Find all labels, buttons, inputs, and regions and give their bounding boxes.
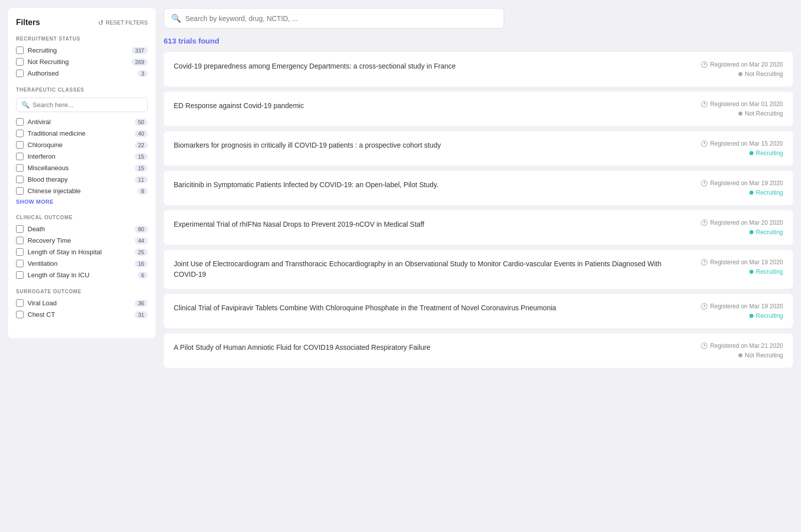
trial-status: Not Recruiting — [688, 352, 783, 359]
trial-status-text: Recruiting — [756, 229, 783, 236]
sidebar-title: Filters — [16, 18, 40, 27]
trial-card[interactable]: ED Response against Covid-19 pandemic 🕐 … — [164, 92, 793, 126]
reset-filters-button[interactable]: RESET FILTERS — [98, 19, 148, 27]
status-dot — [738, 72, 742, 76]
trial-meta: 🕐 Registered on Mar 21 2020 Not Recruiti… — [688, 342, 783, 359]
search-icon: 🔍 — [22, 101, 30, 109]
search-bar-container: 🔍 — [164, 8, 793, 29]
filter-item[interactable]: Death 80 — [16, 225, 148, 233]
filter-checkbox[interactable] — [16, 311, 24, 318]
clock-icon: 🕐 — [700, 180, 708, 187]
therapeutic-search-box[interactable]: 🔍 — [16, 98, 148, 112]
filter-label: Length of Stay in ICU — [28, 271, 134, 279]
filter-badge: 11 — [135, 176, 148, 183]
filter-checkbox[interactable] — [16, 299, 24, 307]
filter-item[interactable]: Antiviral 50 — [16, 118, 148, 126]
filter-checkbox[interactable] — [16, 118, 24, 126]
trial-card[interactable]: Joint Use of Electrocardiogram and Trans… — [164, 250, 793, 289]
clock-icon: 🕐 — [700, 101, 708, 108]
results-count: 613 trials found — [164, 37, 793, 45]
clock-icon: 🕐 — [700, 303, 708, 310]
main-search-icon: 🔍 — [171, 14, 181, 23]
trial-date: 🕐 Registered on Mar 15 2020 — [688, 140, 783, 147]
trial-status: Recruiting — [688, 312, 783, 319]
filter-checkbox[interactable] — [16, 248, 24, 256]
trial-status: Recruiting — [688, 150, 783, 157]
trial-status-text: Recruiting — [756, 268, 783, 275]
trial-status-text: Not Recruiting — [745, 71, 783, 78]
filter-item[interactable]: Length of Stay in ICU 6 — [16, 271, 148, 279]
filter-badge: 337 — [132, 47, 148, 54]
therapeutic-classes-section: THERAPEUTIC CLASSES 🔍 Antiviral 50 Tradi… — [16, 87, 148, 205]
filter-item[interactable]: Traditional medicine 40 — [16, 130, 148, 137]
show-more-button[interactable]: SHOW MORE — [16, 199, 148, 205]
filter-checkbox[interactable] — [16, 70, 24, 77]
filter-checkbox[interactable] — [16, 260, 24, 267]
trial-meta: 🕐 Registered on Mar 19 2020 Recruiting — [688, 259, 783, 275]
trial-card[interactable]: Biomarkers for prognosis in critically i… — [164, 131, 793, 166]
filter-item[interactable]: Chinese injectable 8 — [16, 187, 148, 195]
clock-icon: 🕐 — [700, 140, 708, 147]
filter-label: Not Recruiting — [28, 58, 128, 66]
filter-badge: 36 — [135, 300, 148, 307]
filter-checkbox[interactable] — [16, 187, 24, 195]
filter-checkbox[interactable] — [16, 58, 24, 66]
surrogate-outcome-title: SURROGATE OUTCOME — [16, 289, 148, 294]
filter-label: Recruiting — [28, 47, 128, 54]
status-dot — [749, 151, 753, 155]
clinical-outcome-title: CLINICAL OUTCOME — [16, 215, 148, 220]
trial-date: 🕐 Registered on Mar 01 2020 — [688, 101, 783, 108]
trial-card[interactable]: Baricitinib in Symptomatic Patients Infe… — [164, 171, 793, 205]
filter-item[interactable]: Length of Stay in Hospital 25 — [16, 248, 148, 256]
filter-checkbox[interactable] — [16, 237, 24, 244]
filter-badge: 269 — [132, 59, 148, 66]
filter-item[interactable]: Interferon 15 — [16, 153, 148, 160]
trial-status-text: Recruiting — [756, 150, 783, 157]
trial-date-text: Registered on Mar 01 2020 — [710, 101, 783, 108]
filter-item[interactable]: Recruiting 337 — [16, 47, 148, 54]
filter-checkbox[interactable] — [16, 153, 24, 160]
filter-item[interactable]: Miscellaneous 15 — [16, 164, 148, 172]
filter-badge: 40 — [135, 130, 148, 137]
trial-card[interactable]: Covid-19 preparedness among Emergency De… — [164, 52, 793, 87]
filter-item[interactable]: Chest CT 31 — [16, 311, 148, 318]
trial-date-text: Registered on Mar 19 2020 — [710, 180, 783, 187]
filter-item[interactable]: Not Recruiting 269 — [16, 58, 148, 66]
filter-label: Antiviral — [28, 118, 131, 126]
main-search-input[interactable] — [185, 15, 497, 23]
filter-checkbox[interactable] — [16, 225, 24, 233]
filter-checkbox[interactable] — [16, 130, 24, 137]
trial-meta: 🕐 Registered on Mar 15 2020 Recruiting — [688, 140, 783, 157]
therapeutic-search-input[interactable] — [33, 101, 142, 109]
trial-status-text: Recruiting — [756, 189, 783, 196]
trial-title: Covid-19 preparedness among Emergency De… — [174, 61, 680, 72]
filter-checkbox[interactable] — [16, 141, 24, 149]
trial-meta: 🕐 Registered on Mar 19 2020 Recruiting — [688, 180, 783, 196]
trial-card[interactable]: Clinical Trial of Favipiravir Tablets Co… — [164, 294, 793, 328]
trial-date: 🕐 Registered on Mar 19 2020 — [688, 303, 783, 310]
trial-card[interactable]: A Pilot Study of Human Amniotic Fluid fo… — [164, 333, 793, 368]
filter-badge: 3 — [138, 70, 148, 77]
filter-item[interactable]: Authorised 3 — [16, 70, 148, 77]
filter-item[interactable]: Recovery Time 44 — [16, 237, 148, 244]
filter-checkbox[interactable] — [16, 271, 24, 279]
search-bar[interactable]: 🔍 — [164, 8, 504, 29]
filter-checkbox[interactable] — [16, 176, 24, 183]
filter-label: Chest CT — [28, 311, 131, 318]
recruitment-status-section: RECRUITMENT STATUS Recruiting 337 Not Re… — [16, 36, 148, 77]
trial-date: 🕐 Registered on Mar 21 2020 — [688, 342, 783, 349]
filter-checkbox[interactable] — [16, 164, 24, 172]
filter-item[interactable]: Viral Load 36 — [16, 299, 148, 307]
filter-item[interactable]: Blood therapy 11 — [16, 176, 148, 183]
filter-badge: 25 — [135, 249, 148, 256]
filter-item[interactable]: Chloroquine 22 — [16, 141, 148, 149]
trial-card[interactable]: Experimental Trial of rhIFNα Nasal Drops… — [164, 210, 793, 245]
status-dot — [749, 230, 753, 234]
trial-title: A Pilot Study of Human Amniotic Fluid fo… — [174, 342, 680, 353]
trial-meta: 🕐 Registered on Mar 20 2020 Not Recruiti… — [688, 61, 783, 78]
filter-label: Chloroquine — [28, 141, 131, 149]
trial-date-text: Registered on Mar 20 2020 — [710, 61, 783, 68]
filter-checkbox[interactable] — [16, 47, 24, 54]
filter-item[interactable]: Ventilation 16 — [16, 260, 148, 267]
filter-label: Ventilation — [28, 260, 131, 267]
